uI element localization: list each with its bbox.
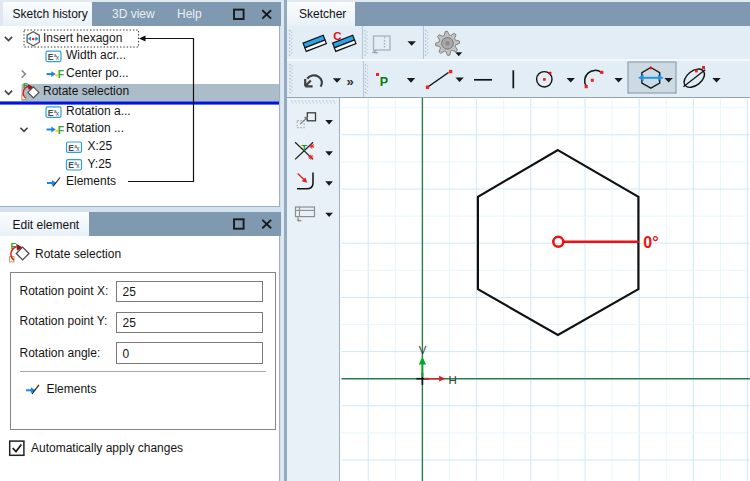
svg-text:F: F — [23, 81, 28, 90]
svg-text:V: V — [418, 344, 426, 356]
svg-text:T: T — [301, 143, 307, 153]
svg-text:F: F — [58, 124, 65, 136]
svg-text:C: C — [333, 30, 341, 42]
svg-text:0°: 0° — [643, 234, 658, 251]
svg-text:P: P — [380, 75, 388, 89]
svg-text:»: » — [347, 74, 354, 89]
svg-text:F: F — [58, 68, 65, 80]
svg-text:H: H — [448, 374, 456, 386]
